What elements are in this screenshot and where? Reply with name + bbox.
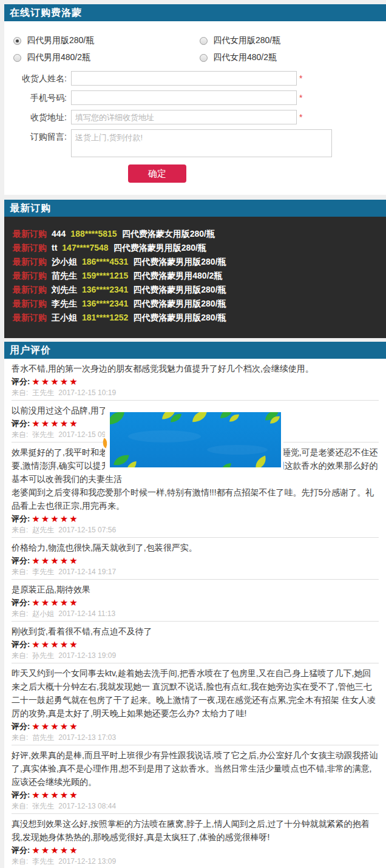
message-label: 订购留言: <box>4 129 71 144</box>
order-product: 四代费洛蒙男用480/2瓶 <box>133 271 222 280</box>
review-date: 2017-12-12 13:09 <box>58 857 116 866</box>
star-rating-icon: ★★★★★ <box>32 556 78 565</box>
star-rating-icon: ★★★★★ <box>32 790 78 799</box>
review-text: 是原装正品,期待效果 <box>12 583 379 596</box>
order-product: 四代费洛蒙男用版280/瓶 <box>133 299 226 308</box>
review-item: 价格给力,物流也很快,隔天就收到了,包装很严实。 评分:★★★★★ 来自:李先生… <box>12 537 379 579</box>
radio-checked-icon[interactable] <box>13 37 21 45</box>
product-option-2[interactable]: 四代男用480/2瓶 <box>13 52 200 63</box>
review-item: 真没想到效果这么好,按照掌柜的方法喷在腋窝,脖子上,情人闻到之后,过了十分钟就就… <box>12 813 379 868</box>
product-option-label[interactable]: 四代女用480/2瓶 <box>213 52 277 63</box>
order-phone: 186****4531 <box>82 257 128 266</box>
rating-label: 评分: <box>12 418 30 429</box>
radio-icon[interactable] <box>200 37 208 45</box>
review-text: 昨天又约到一个女同事去ktv,趁着她去洗手间,把香水喷在了包房里,又在自己身上猛… <box>12 666 379 720</box>
rating-label: 评分: <box>12 514 30 524</box>
review-item: 是原装正品,期待效果 评分:★★★★★ 来自:赵小姐2017-12-14 11:… <box>12 579 379 621</box>
from-label: 来自: <box>12 430 28 439</box>
product-option-0[interactable]: 四代男用版280/瓶 <box>13 35 200 46</box>
review-text: 真没想到效果这么好,按照掌柜的方法喷在腋窝,脖子上,情人闻到之后,过了十分钟就就… <box>12 817 379 844</box>
promo-popup-image[interactable] <box>110 412 281 467</box>
receiver-name-input[interactable] <box>71 71 297 86</box>
order-product: 四代费洛蒙男用版280/瓶 <box>133 257 226 266</box>
rating-label: 评分: <box>12 376 30 387</box>
from-label: 来自: <box>12 802 28 810</box>
order-product: 四代费洛蒙男用版280/瓶 <box>133 285 226 294</box>
order-phone: 136****2341 <box>82 285 128 294</box>
order-phone: 188****5815 <box>70 229 117 239</box>
order-row: 最新订购李先生136****2341四代费洛蒙男用版280/瓶 <box>13 297 386 311</box>
reviewer-name: 李先生 <box>32 568 54 576</box>
reviewer-name: 赵先生 <box>32 526 54 534</box>
from-label: 来自: <box>12 651 28 660</box>
rating-label: 评分: <box>12 790 30 801</box>
order-tag: 最新订购 <box>13 313 47 322</box>
radio-icon[interactable] <box>200 54 208 62</box>
review-date: 2017-12-15 07:56 <box>58 526 116 534</box>
review-item: 昨天又约到一个女同事去ktv,趁着她去洗手间,把香水喷在了包房里,又在自己身上猛… <box>12 663 379 745</box>
reviewer-name: 苗先生 <box>32 733 54 742</box>
product-option-label[interactable]: 四代男用版280/瓶 <box>27 35 94 46</box>
receiver-name-label: 收货人姓名: <box>4 71 71 86</box>
product-option-label[interactable]: 四代男用480/2瓶 <box>27 52 90 63</box>
product-option-1[interactable]: 四代女用版280/瓶 <box>200 35 386 46</box>
order-phone: 147****7548 <box>62 243 108 253</box>
phone-input[interactable] <box>71 90 297 105</box>
from-label: 来自: <box>12 733 28 742</box>
order-product: 四代费洛蒙女用版280/瓶 <box>122 229 215 239</box>
order-tag: 最新订购 <box>13 299 47 308</box>
reviewer-name: 王先生 <box>32 388 54 397</box>
reviewer-name: 李先生 <box>32 857 54 866</box>
review-text: 好评,效果真的是棒,而且平时上班很少有异性跟我说话,喷了它之后,办公室好几个女孩… <box>12 748 379 788</box>
from-label: 来自: <box>12 857 28 866</box>
rating-label: 评分: <box>12 597 30 608</box>
order-name: tt <box>52 243 57 253</box>
required-asterisk: * <box>299 71 302 86</box>
page: 在线订购费洛蒙 四代男用版280/瓶 四代女用版280/瓶 四 <box>0 4 386 868</box>
order-row: 最新订购刘先生136****2341四代费洛蒙男用版280/瓶 <box>13 283 386 297</box>
order-row: 最新订购tt147****7548四代费洛蒙男用版280/瓶 <box>13 241 386 255</box>
order-tag: 最新订购 <box>13 271 47 280</box>
product-options: 四代男用版280/瓶 四代女用版280/瓶 四代男用480/2瓶 四代女用480… <box>4 32 386 66</box>
order-name: 刘先生 <box>52 285 77 294</box>
order-name: 王小姐 <box>52 313 77 322</box>
required-asterisk: * <box>299 110 302 124</box>
promo-popup[interactable] <box>105 404 283 471</box>
order-tag: 最新订购 <box>13 229 47 239</box>
review-item: 刚收到货,看着很不错,有点迫不及待了 评分:★★★★★ 来自:孙先生2017-1… <box>12 621 379 663</box>
review-date: 2017-12-13 08:44 <box>58 802 116 810</box>
order-tag: 最新订购 <box>13 285 47 294</box>
confirm-button[interactable]: 确定 <box>128 164 186 183</box>
address-input[interactable] <box>71 110 297 124</box>
order-tag: 最新订购 <box>13 243 47 253</box>
star-rating-icon: ★★★★★ <box>32 598 78 607</box>
order-row: 最新订购沙小姐186****4531四代费洛蒙男用版280/瓶 <box>13 255 386 269</box>
order-name: 苗先生 <box>52 271 77 280</box>
from-label: 来自: <box>12 609 28 618</box>
product-option-label[interactable]: 四代女用版280/瓶 <box>213 35 280 46</box>
order-name: 李先生 <box>52 299 77 308</box>
rating-label: 评分: <box>12 845 30 856</box>
message-textarea[interactable] <box>71 129 332 157</box>
order-phone: 159****1215 <box>82 271 128 280</box>
star-rating-icon: ★★★★★ <box>32 640 78 649</box>
from-label: 来自: <box>12 526 28 534</box>
latest-orders-list: 最新订购444188****5815四代费洛蒙女用版280/瓶 最新订购tt14… <box>4 217 386 338</box>
reviewer-name: 赵小姐 <box>32 609 54 618</box>
order-form-title: 在线订购费洛蒙 <box>4 4 386 21</box>
star-rating-icon: ★★★★★ <box>32 846 78 855</box>
review-item: 香水不错,用的第一次身边的朋友都感觉我魅力值提升了好几个档次,会继续使用。 评分… <box>12 359 379 400</box>
product-option-3[interactable]: 四代女用480/2瓶 <box>200 52 386 63</box>
order-product: 四代费洛蒙男用版280/瓶 <box>113 243 206 253</box>
reviewer-name: 张先生 <box>32 802 54 810</box>
star-rating-icon: ★★★★★ <box>32 377 78 386</box>
review-text: 刚收到货,看着很不错,有点迫不及待了 <box>12 625 379 638</box>
order-phone: 181****1252 <box>82 313 128 322</box>
reviewer-name: 孙先生 <box>32 651 54 660</box>
order-row: 最新订购444188****5815四代费洛蒙女用版280/瓶 <box>13 227 386 241</box>
star-rating-icon: ★★★★★ <box>32 419 78 428</box>
from-label: 来自: <box>12 388 28 397</box>
star-rating-icon: ★★★★★ <box>32 514 78 523</box>
radio-icon[interactable] <box>13 54 21 62</box>
review-text: 老婆闻到之后变得和我恋爱那个时候一样,特别有激情!!!都有点招架不住了哇。先打5… <box>12 486 379 512</box>
